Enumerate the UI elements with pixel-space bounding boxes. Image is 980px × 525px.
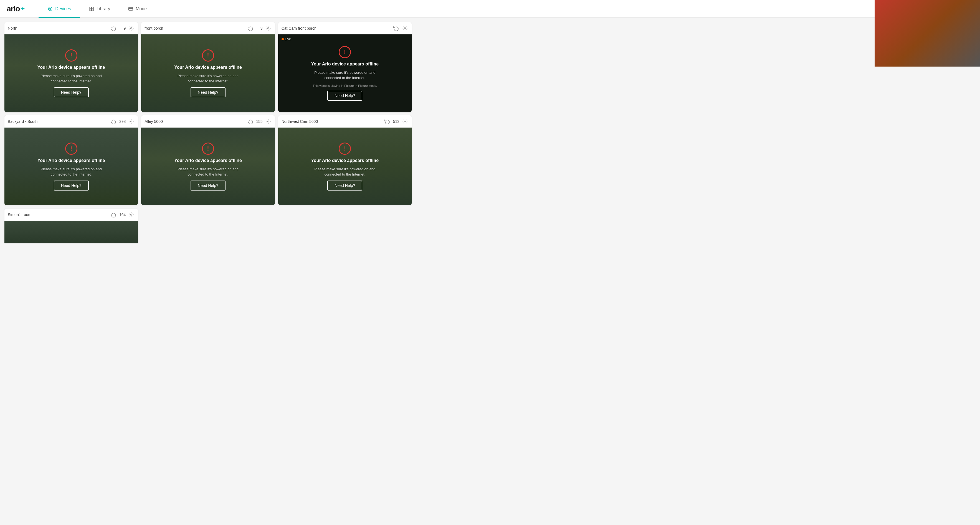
camera-view-northwest: ! Your Arlo device appears offline Pleas… [278,127,412,205]
offline-overlay-backyard: ! Your Arlo device appears offline Pleas… [5,127,138,205]
history-icon-backyard[interactable] [110,118,117,125]
offline-msg-northwest: Please make sure it's powered on and con… [309,166,381,177]
clip-count-backyard: 298 [119,119,126,124]
need-help-button-alley[interactable]: Need Help? [191,181,226,191]
offline-overlay-front-porch: ! Your Arlo device appears offline Pleas… [141,34,275,112]
clip-count-front-porch: 3 [256,26,262,30]
mode-icon [128,6,134,12]
device-name-front-porch: front porch [145,26,247,30]
camera-view-cat-cam: Live ! Your Arlo device appears offline … [278,34,412,112]
camera-view-north: ! Your Arlo device appears offline Pleas… [5,34,138,112]
offline-icon-front-porch: ! [202,49,214,62]
nav-item-library[interactable]: Library [80,0,119,18]
svg-point-1 [50,8,51,10]
pip-video [875,0,980,67]
need-help-button-northwest[interactable]: Need Help? [327,181,362,191]
svg-point-12 [130,121,132,122]
device-actions-backyard: 298 [110,118,135,125]
offline-title-northwest: Your Arlo device appears offline [311,158,379,163]
history-icon-northwest[interactable] [384,118,391,125]
clip-count-north: 9 [119,26,126,30]
offline-msg-front-porch: Please make sure it's powered on and con… [172,73,244,84]
device-actions-front-porch: 3 [247,25,272,32]
svg-point-9 [130,27,132,29]
offline-msg-backyard: Please make sure it's powered on and con… [35,166,107,177]
device-card-cat-cam: Cat Cam front porch Li [278,22,412,112]
svg-point-14 [404,121,406,122]
device-name-cat-cam: Cat Cam front porch [282,26,393,30]
offline-msg-north: Please make sure it's powered on and con… [35,73,107,84]
device-card-northwest: Northwest Cam 5000 513 [278,115,412,205]
history-icon-alley[interactable] [247,118,254,125]
logo-bird-icon: ✦ [20,5,25,13]
device-card-simons-room: Simon's room 164 [5,208,138,243]
gear-icon-north[interactable] [128,25,135,32]
offline-overlay-northwest: ! Your Arlo device appears offline Pleas… [278,127,412,205]
logo-text: arlo [6,5,20,13]
camera-view-backyard: ! Your Arlo device appears offline Pleas… [5,127,138,205]
device-actions-simons-room: 164 [110,211,135,218]
offline-title-cat-cam: Your Arlo device appears offline [311,62,379,67]
offline-overlay-cat-cam: ! Your Arlo device appears offline Pleas… [278,34,412,112]
device-card-front-porch: front porch 3 [141,22,275,112]
svg-point-13 [267,121,269,122]
camera-view-front-porch: ! Your Arlo device appears offline Pleas… [141,34,275,112]
devices-label: Devices [55,6,71,11]
device-header-simons-room: Simon's room 164 [5,208,138,221]
gear-icon-front-porch[interactable] [265,25,272,32]
device-header-north: North 9 [5,22,138,34]
device-name-north: North [8,26,110,30]
device-name-simons-room: Simon's room [8,212,110,217]
device-name-northwest: Northwest Cam 5000 [282,119,384,124]
history-icon-north[interactable] [110,25,117,32]
offline-title-north: Your Arlo device appears offline [37,65,105,70]
need-help-button-backyard[interactable]: Need Help? [54,181,89,191]
gear-icon-backyard[interactable] [128,118,135,125]
offline-overlay-north: ! Your Arlo device appears offline Pleas… [5,34,138,112]
devices-icon [48,6,53,12]
need-help-button-front-porch[interactable]: Need Help? [191,88,226,97]
svg-rect-5 [92,9,94,11]
navbar: arlo ✦ Devices Library [0,0,980,18]
history-icon-simons-room[interactable] [110,211,117,218]
device-header-northwest: Northwest Cam 5000 513 [278,115,412,127]
library-icon [89,6,94,12]
mode-label: Mode [136,6,147,11]
device-name-alley: Alley 5000 [145,119,247,124]
nav-item-devices[interactable]: Devices [38,0,80,18]
clip-count-northwest: 513 [393,119,399,124]
offline-overlay-alley: ! Your Arlo device appears offline Pleas… [141,127,275,205]
history-icon-cat-cam[interactable] [393,25,399,32]
device-card-alley: Alley 5000 155 [141,115,275,205]
offline-title-front-porch: Your Arlo device appears offline [174,65,242,70]
nav-items: Devices Library Mode [38,0,962,18]
device-actions-northwest: 513 [384,118,408,125]
device-header-front-porch: front porch 3 [141,22,275,34]
camera-view-alley: ! Your Arlo device appears offline Pleas… [141,127,275,205]
clip-count-simons-room: 164 [119,212,126,217]
offline-icon-cat-cam: ! [339,46,351,58]
gear-icon-northwest[interactable] [402,118,408,125]
history-icon-front-porch[interactable] [247,25,254,32]
devices-container: North 9 [0,18,416,247]
library-label: Library [97,6,110,11]
svg-point-0 [49,7,52,11]
pip-note-cat-cam: This video is playing in Picture-in-Pict… [313,84,377,88]
offline-icon-alley: ! [202,143,214,155]
svg-point-10 [267,27,269,29]
camera-partial-simons-room [5,221,138,243]
offline-icon-northwest: ! [339,143,351,155]
offline-icon-backyard: ! [65,143,77,155]
devices-grid: North 9 [5,22,412,243]
clip-count-alley: 155 [256,119,262,124]
pip-overlay [875,0,980,67]
gear-icon-simons-room[interactable] [128,211,135,218]
gear-icon-alley[interactable] [265,118,272,125]
need-help-button-cat-cam[interactable]: Need Help? [327,91,362,101]
offline-msg-cat-cam: Please make sure it's powered on and con… [309,70,381,81]
need-help-button-north[interactable]: Need Help? [54,88,89,97]
offline-title-alley: Your Arlo device appears offline [174,158,242,163]
nav-item-mode[interactable]: Mode [119,0,156,18]
gear-icon-cat-cam[interactable] [402,25,408,32]
svg-rect-6 [129,7,133,10]
